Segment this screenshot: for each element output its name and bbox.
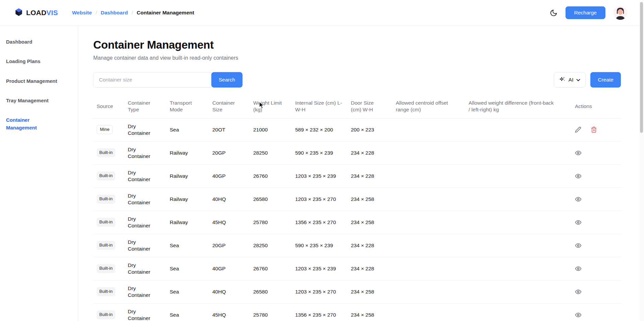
sidebar-item-product-management[interactable]: Product Management [0,77,67,85]
view-icon[interactable] [575,219,582,226]
cell-weight-limit: 28250 [250,141,292,164]
view-icon[interactable] [575,173,582,179]
breadcrumb-item: Container Management [137,10,194,16]
view-icon[interactable] [575,265,582,272]
cell-weight-limit: 26580 [250,188,292,211]
source-badge: Built-in [97,241,115,250]
sidebar-item-dashboard[interactable]: Dashboard [0,38,67,46]
cell-internal-size: 1203 × 235 × 239 [292,257,347,280]
search-button[interactable]: Search [211,72,243,88]
create-button[interactable]: Create [590,72,621,88]
search-input[interactable] [93,72,213,88]
cell-container-type: Dry Container [124,188,166,211]
column-header: Container Type [124,96,166,118]
cell-container-type: Dry Container [124,118,166,141]
cell-container-type: Dry Container [124,234,166,257]
cell-weight-limit: 26580 [250,280,292,303]
cell-internal-size: 590 × 235 × 239 [292,234,347,257]
top-navbar: LOADVIS Website/Dashboard/Container Mana… [0,0,644,26]
view-icon[interactable] [575,312,582,318]
breadcrumb-separator: / [131,10,133,16]
cell-door-size: 234 × 258 [347,211,392,234]
cell-weight-limit: 26760 [250,164,292,188]
main-content: Container Management Manage container da… [78,26,644,321]
cell-transport-mode: Railway [166,164,209,188]
delete-icon[interactable] [591,126,597,133]
cell-transport-mode: Sea [166,257,209,280]
cell-container-size: 45HQ [209,303,250,321]
breadcrumb-separator: / [96,10,97,16]
cell-weight-difference [465,257,558,280]
cell-actions [558,188,621,211]
sidebar-item-container-management[interactable]: Container Management [0,116,67,132]
table-row: Built-inDry ContainerRailway45HQ25780135… [93,211,621,234]
sidebar-item-loading-plans[interactable]: Loading Plans [0,57,67,65]
cell-actions [558,303,621,321]
breadcrumb-item[interactable]: Dashboard [101,10,128,16]
cell-centroid-offset [392,234,465,257]
cell-door-size: 234 × 258 [347,280,392,303]
cell-weight-limit: 26760 [250,257,292,280]
recharge-button[interactable]: Recharge [566,6,605,19]
source-badge: Built-in [97,264,115,273]
cell-internal-size: 589 × 232 × 200 [292,118,347,141]
view-icon[interactable] [575,196,582,203]
cell-door-size: 200 × 223 [347,118,392,141]
cell-container-type: Dry Container [124,141,166,164]
table-row: Built-inDry ContainerRailway20GP28250590… [93,141,621,164]
cell-source: Built-in [93,211,124,234]
table-row: Built-inDry ContainerRailway40GP26760120… [93,164,621,188]
cell-door-size: 234 × 258 [347,188,392,211]
cell-centroid-offset [392,118,465,141]
page-title: Container Management [93,39,621,51]
cell-source: Built-in [93,188,124,211]
view-icon[interactable] [575,288,582,295]
cell-door-size: 234 × 228 [347,234,392,257]
cell-weight-difference [465,303,558,321]
cell-source: Built-in [93,164,124,188]
view-icon[interactable] [575,242,582,249]
cell-internal-size: 1203 × 235 × 270 [292,188,347,211]
cell-container-type: Dry Container [124,303,166,321]
cell-door-size: 234 × 228 [347,141,392,164]
cell-weight-limit: 21000 [250,118,292,141]
cell-actions [558,141,621,164]
scrollbar-thumb[interactable] [640,2,643,133]
sidebar-item-tray-management[interactable]: Tray Management [0,97,67,104]
breadcrumb-item[interactable]: Website [72,10,92,16]
column-header: Allowed weight difference (front-back / … [465,96,558,118]
chevron-down-icon [576,77,580,83]
cell-actions [558,118,621,141]
container-table: SourceContainer TypeTransport ModeContai… [93,96,621,321]
cell-source: Built-in [93,141,124,164]
cell-source: Built-in [93,303,124,321]
cell-centroid-offset [392,164,465,188]
column-header: Actions [558,96,621,118]
user-avatar[interactable] [613,6,627,20]
cell-actions [558,280,621,303]
source-badge: Built-in [97,310,115,319]
source-badge: Built-in [97,148,115,157]
cell-container-size: 20OT [209,118,250,141]
cell-weight-difference [465,280,558,303]
view-icon[interactable] [575,150,582,156]
column-header: Allowed centroid offset range (cm) [392,96,465,118]
table-row: Built-inDry ContainerSea20GP28250590 × 2… [93,234,621,257]
cell-weight-difference [465,118,558,141]
sparkles-icon [559,76,566,84]
cell-source: Built-in [93,257,124,280]
cell-centroid-offset [392,257,465,280]
cell-internal-size: 1203 × 235 × 239 [292,164,347,188]
cell-transport-mode: Sea [166,280,209,303]
column-header: Transport Mode [166,96,209,118]
edit-icon[interactable] [575,126,581,133]
ai-dropdown-button[interactable]: AI [554,72,586,88]
search-group: Search [93,72,243,88]
cell-transport-mode: Sea [166,234,209,257]
sidebar: DashboardLoading PlansProduct Management… [0,26,78,321]
cell-actions [558,257,621,280]
theme-toggle-moon-icon[interactable] [550,9,557,17]
cell-container-size: 40GP [209,164,250,188]
cell-weight-limit: 28250 [250,234,292,257]
table-header-row: SourceContainer TypeTransport ModeContai… [93,96,621,118]
